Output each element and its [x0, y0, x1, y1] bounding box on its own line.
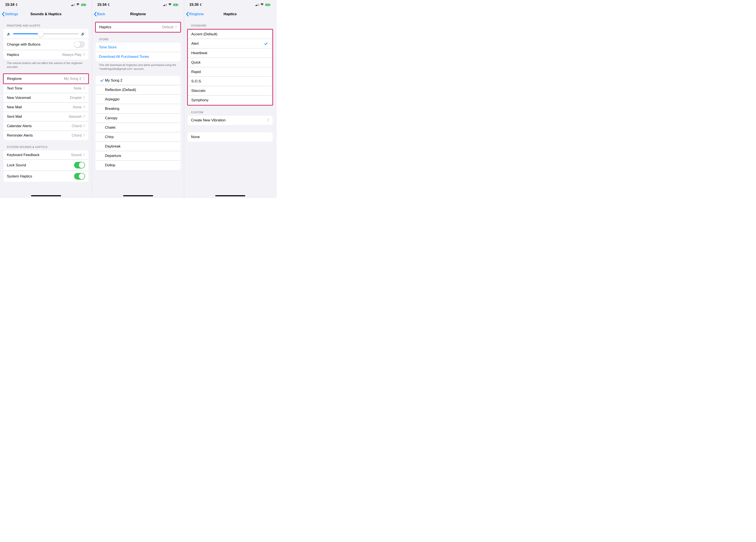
chevron-right-icon: [83, 133, 85, 138]
sound-row[interactable]: New VoicemailDroplet: [3, 93, 88, 103]
tone-store-link[interactable]: Tone Store: [96, 43, 181, 52]
system-haptics-row: System Haptics: [3, 171, 88, 182]
chevron-right-icon: [83, 153, 85, 157]
group-system: Keyboard Feedback Sound Lock Sound Syste…: [3, 150, 88, 182]
group-custom: Create New Vibration: [188, 116, 273, 125]
group-none: None: [188, 132, 273, 142]
keyboard-feedback-row[interactable]: Keyboard Feedback Sound: [3, 150, 88, 160]
ringtone-row[interactable]: Ringtone My Song 2: [4, 74, 88, 84]
wifi-icon: [260, 3, 264, 7]
haptic-row[interactable]: Rapid: [188, 67, 272, 77]
tone-row[interactable]: Chalet: [96, 123, 181, 132]
highlight-standard: Accent (Default)AlertHeartbeatQuickRapid…: [187, 29, 273, 106]
chevron-right-icon: [83, 105, 85, 109]
group-volume: 🔈 🔊 Change with Buttons Haptics Always P…: [3, 29, 88, 60]
sound-row[interactable]: Sent MailSwoosh: [3, 112, 88, 121]
home-indicator[interactable]: [123, 195, 153, 196]
volume-slider[interactable]: [13, 33, 79, 34]
section-header-ringtone-alerts: RINGTONE AND ALERTS: [0, 19, 92, 29]
tone-row[interactable]: Dollop: [96, 161, 181, 170]
sound-row[interactable]: Calendar AlertsChord: [3, 121, 88, 131]
section-header-system: SYSTEM SOUNDS & HAPTICS: [0, 140, 92, 150]
back-label: Ringtone: [189, 12, 204, 16]
group-tones: My Song 2Reflection (Default)ArpeggioBre…: [96, 76, 181, 170]
status-bar: 15:34 ☾: [92, 0, 184, 9]
volume-low-icon: 🔈: [7, 32, 11, 36]
haptics-label: Haptics: [7, 53, 62, 57]
none-row[interactable]: None: [188, 132, 273, 142]
group-standard: Accent (Default)AlertHeartbeatQuickRapid…: [188, 30, 272, 105]
haptic-row[interactable]: S.O.S.: [188, 77, 272, 86]
screen-sounds-haptics: 15:34 ☾ Settings Sounds & Haptics RINGTO…: [0, 0, 92, 198]
check-icon: [263, 42, 269, 45]
section-header-standard: STANDARD: [184, 19, 276, 29]
home-indicator[interactable]: [31, 195, 61, 196]
haptic-row[interactable]: Symphony: [188, 96, 272, 105]
tone-row[interactable]: Arpeggio: [96, 95, 181, 104]
haptic-row[interactable]: Quick: [188, 58, 272, 67]
haptic-row[interactable]: Alert: [188, 39, 272, 48]
haptic-row[interactable]: Accent (Default): [188, 30, 272, 39]
wifi-icon: [76, 3, 80, 7]
battery-icon: [265, 3, 271, 6]
volume-slider-row: 🔈 🔊: [3, 29, 88, 39]
page-title: Sounds & Haptics: [30, 12, 61, 16]
cellular-signal-icon: [71, 4, 75, 6]
section-header-custom: CUSTOM: [184, 106, 276, 116]
screen-haptics: 15:35 ☾ Ringtone Haptics STANDARD Accent…: [184, 0, 276, 198]
section-header-store: STORE: [92, 33, 184, 43]
tone-row[interactable]: My Song 2: [96, 76, 181, 85]
sound-row[interactable]: New MailNone: [3, 103, 88, 112]
do-not-disturb-icon: ☾: [16, 3, 18, 7]
do-not-disturb-icon: ☾: [108, 3, 111, 7]
chevron-right-icon: [175, 25, 177, 29]
chevron-right-icon: [83, 115, 85, 119]
sound-row[interactable]: Text ToneNote: [3, 84, 88, 93]
haptics-row[interactable]: Haptics Default: [96, 22, 180, 32]
back-button[interactable]: Ringtone: [186, 12, 204, 16]
system-haptics-toggle[interactable]: [74, 173, 85, 180]
page-title: Haptics: [224, 12, 237, 16]
sound-row[interactable]: Reminder AlertsChord: [3, 131, 88, 140]
tone-row[interactable]: Canopy: [96, 114, 181, 123]
tone-row[interactable]: Daybreak: [96, 142, 181, 151]
change-with-buttons-row: Change with Buttons: [3, 39, 88, 50]
home-indicator[interactable]: [215, 195, 245, 196]
do-not-disturb-icon: ☾: [200, 3, 203, 7]
haptics-value: Always Play: [62, 53, 82, 57]
nav-bar: Settings Sounds & Haptics: [0, 9, 92, 19]
cellular-signal-icon: [255, 4, 259, 6]
tone-row[interactable]: Breaking: [96, 104, 181, 114]
screen-ringtone: 15:34 ☾ Back Ringtone Haptics Default: [92, 0, 184, 198]
chevron-right-icon: [83, 96, 85, 100]
tone-row[interactable]: Chirp: [96, 132, 181, 142]
lock-sound-row: Lock Sound: [3, 160, 88, 171]
haptic-row[interactable]: Staccato: [188, 86, 272, 96]
highlight-haptics: Haptics Default: [95, 22, 181, 33]
check-icon: [99, 79, 105, 82]
create-vibration-row[interactable]: Create New Vibration: [188, 116, 273, 125]
lock-sound-toggle[interactable]: [74, 162, 85, 169]
status-bar: 15:35 ☾: [184, 0, 276, 9]
back-label: Back: [97, 12, 105, 16]
change-buttons-toggle[interactable]: [74, 41, 85, 48]
download-tones-link[interactable]: Download All Purchased Tones: [96, 52, 181, 61]
chevron-right-icon: [83, 86, 85, 91]
tone-row[interactable]: Departure: [96, 151, 181, 161]
change-buttons-label: Change with Buttons: [7, 42, 74, 47]
back-label: Settings: [5, 12, 18, 16]
cellular-signal-icon: [163, 4, 167, 6]
tone-row[interactable]: Reflection (Default): [96, 85, 181, 95]
wifi-icon: [168, 3, 172, 7]
battery-icon: [173, 3, 179, 6]
back-button[interactable]: Back: [94, 12, 105, 16]
chevron-right-icon: [83, 124, 85, 128]
highlight-ringtone: Ringtone My Song 2: [3, 73, 89, 84]
back-button[interactable]: Settings: [2, 12, 18, 16]
status-time: 15:34: [97, 3, 106, 7]
haptics-row[interactable]: Haptics Always Play: [3, 50, 88, 60]
haptic-row[interactable]: Heartbeat: [188, 48, 272, 58]
volume-footer: The volume buttons will not affect the v…: [0, 60, 92, 69]
status-time: 15:35: [189, 3, 199, 7]
status-time: 15:34: [5, 3, 14, 7]
